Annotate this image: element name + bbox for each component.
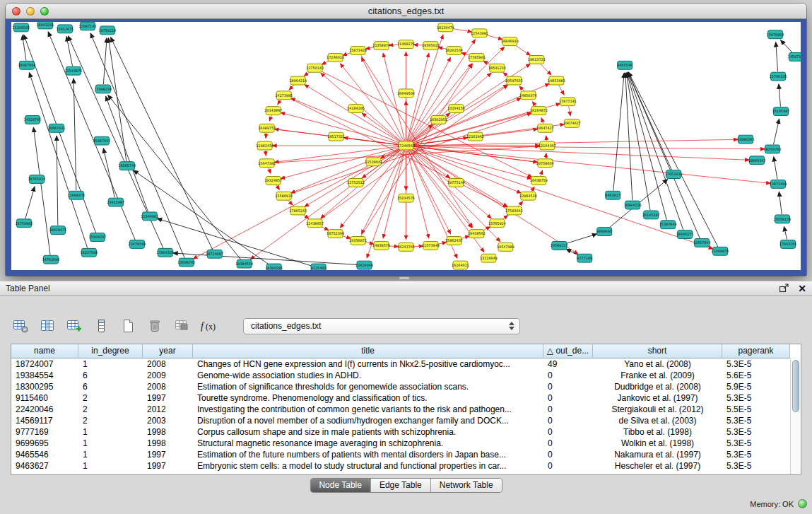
graph-node[interactable]: 18350762 [764,145,782,153]
close-window-button[interactable] [12,7,20,16]
graph-node[interactable]: 13586924 [275,192,293,200]
graph-node[interactable]: 12098376 [67,191,85,199]
column-settings-icon[interactable] [90,316,112,336]
graph-node[interactable]: 18064219 [289,76,307,85]
graph-node[interactable]: 19860342 [748,156,766,165]
graph-node[interactable]: 20145387 [642,211,660,219]
show-columns-icon[interactable] [37,316,58,336]
graph-node[interactable]: 16649500 [397,89,415,98]
graph-node[interactable]: 11468276 [397,40,415,49]
graph-node[interactable]: 19750218 [98,26,116,35]
graph-node[interactable]: 13204156 [447,105,465,113]
graph-node[interactable]: 12873409 [770,180,787,188]
graph-node[interactable]: 9777169 [577,254,592,262]
column-header-4[interactable]: △ out_de... [543,344,593,358]
graph-node[interactable]: 10647427 [536,124,554,132]
graph-node[interactable]: 13508742 [177,258,195,267]
table-row[interactable]: 1938455462009Genome-wide association stu… [11,370,801,381]
graph-node[interactable]: 13980265 [737,135,755,144]
tab-node-table[interactable]: Node Table [310,479,371,492]
graph-node[interactable]: 14273985 [275,91,293,100]
graph-node[interactable]: 14587320 [788,53,801,62]
graph-node[interactable]: 18765024 [28,175,45,184]
graph-node[interactable]: 17043265 [779,240,797,248]
graph-node[interactable]: 22087143 [78,22,96,30]
graph-node[interactable]: 18724007 [206,250,223,258]
graph-node[interactable]: 16750982 [15,219,33,228]
graph-node[interactable]: 11573948 [422,241,440,250]
graph-node[interactable]: 16105987 [772,107,790,116]
graph-node[interactable]: 17785901 [468,53,486,62]
graph-node[interactable]: 9465546 [617,61,632,69]
graph-node[interactable]: 20143867 [264,107,282,115]
graph-node[interactable]: 16438759 [530,177,548,185]
column-header-6[interactable]: pagerank [722,344,790,358]
graph-node[interactable]: 15873426 [349,47,367,55]
table-mode-icon[interactable] [10,316,31,336]
graph-node[interactable]: 12164367 [539,141,556,150]
graph-node[interactable]: 20687431 [47,124,65,132]
graph-node[interactable]: 18243765 [397,243,415,251]
graph-node[interactable]: 15987042 [93,136,110,145]
column-header-3[interactable]: title [193,344,543,358]
citation-network-graph[interactable]: 1724056312164367106474271616487214850376… [11,22,801,270]
graph-node[interactable]: 11528643 [365,158,382,166]
graph-node[interactable]: 20758634 [536,159,554,168]
table-scrollbar[interactable] [790,358,801,474]
column-header-2[interactable]: year [143,344,193,358]
graph-node[interactable]: 9115460 [311,264,326,270]
graph-node[interactable]: 15908237 [88,233,106,242]
graph-node[interactable]: 11982456 [256,141,273,150]
graph-node[interactable]: 21409876 [712,247,729,255]
merge-table-icon[interactable] [171,316,192,336]
graph-node[interactable]: 19438562 [468,230,486,238]
graph-node[interactable]: 17246010 [326,53,344,62]
network-canvas[interactable]: 1724056312164367106474271616487214850376… [11,22,801,270]
table-row[interactable]: 2242004622012Investigating the contribut… [11,404,801,415]
table-row[interactable]: 946362711997Embryonic stem cells: a mode… [11,460,801,472]
graph-node[interactable]: 16085743 [118,162,136,170]
table-row[interactable]: 1456911722003Disruption of a novel membe… [11,415,801,426]
table-row[interactable]: 946554611997Estimation of the future num… [11,449,801,460]
graph-node[interactable]: 19613721 [528,55,546,64]
graph-node[interactable]: 15647382 [258,159,276,168]
graph-node[interactable]: 17098234 [94,85,112,93]
graph-node[interactable]: 15976804 [767,30,784,39]
float-window-icon[interactable] [779,284,789,293]
graph-node[interactable]: 18517321 [327,132,345,141]
table-row[interactable]: 1872400712008Changes of HCN gene express… [11,358,801,370]
graph-node[interactable]: 9463627 [605,191,620,199]
delete-table-icon[interactable] [144,316,165,336]
graph-node[interactable]: 12964538 [519,192,537,200]
graph-node[interactable]: 21543876 [64,66,82,75]
graph-node[interactable]: 16202534 [445,47,463,55]
graph-node[interactable]: 19565021 [422,42,440,50]
graph-node[interactable]: 16302951 [430,115,447,124]
graph-node[interactable]: 16904210 [624,201,642,209]
graph-node[interactable]: 12657843 [693,239,711,247]
graph-node[interactable]: 20597635 [505,76,523,85]
column-header-1[interactable]: in_degree [78,344,143,358]
graph-node[interactable]: 15862437 [445,237,463,245]
graph-node[interactable]: 14938576 [372,241,390,250]
column-header-0[interactable]: name [11,344,78,358]
graph-node[interactable]: 19384554 [235,259,253,268]
memory-indicator-icon[interactable] [798,499,807,508]
graph-node[interactable]: 19547989 [497,243,514,251]
table-scrollbar-thumb[interactable] [792,360,799,412]
graph-node[interactable]: 16087954 [18,61,35,69]
graph-node[interactable]: 22706135 [770,72,787,81]
tab-edge-table[interactable]: Edge Table [371,479,431,492]
graph-node[interactable]: 16489753 [258,124,276,132]
graph-node[interactable]: 16752398 [326,230,344,238]
graph-node[interactable]: 15387649 [659,221,677,229]
table-selector-dropdown[interactable]: citations_edges.txt [243,318,520,334]
graph-node[interactable]: 14569117 [551,241,568,250]
graph-node[interactable]: 19237508 [80,248,98,257]
graph-node[interactable]: 12161962 [466,132,484,141]
graph-node[interactable]: 17877141 [559,98,577,106]
graph-node[interactable]: 22420046 [355,261,373,269]
graph-node[interactable]: 21358974 [372,42,390,50]
graph-node[interactable]: 12752512 [347,178,365,187]
graph-node[interactable]: 15012675 [56,25,73,33]
